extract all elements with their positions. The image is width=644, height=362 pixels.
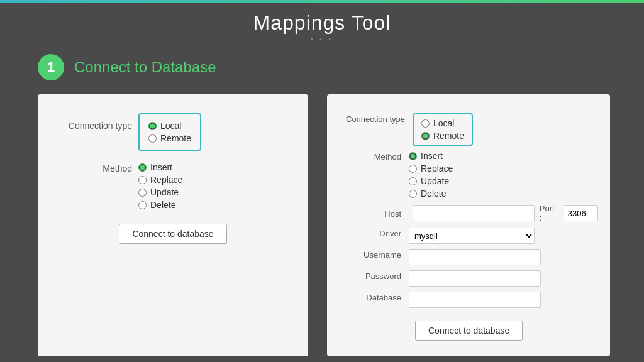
- left-delete-radio[interactable]: [138, 201, 147, 209]
- right-local-option[interactable]: Local: [421, 118, 464, 128]
- right-database-row: Database: [346, 292, 591, 308]
- right-card-content: Connection type Local Remote Method: [346, 113, 591, 341]
- right-username-row: Username: [346, 249, 591, 265]
- left-method-label: Method: [57, 162, 138, 173]
- left-local-radio[interactable]: [148, 122, 157, 130]
- right-method-label: Method: [346, 151, 409, 162]
- left-connection-type-row: Connection type Local Remote: [57, 113, 289, 157]
- right-host-fields: Port :: [413, 204, 598, 222]
- left-replace-option[interactable]: Replace: [138, 175, 182, 185]
- right-remote-radio[interactable]: [421, 132, 430, 140]
- right-delete-option[interactable]: Delete: [409, 189, 453, 199]
- right-host-input[interactable]: [413, 205, 535, 221]
- right-method-group: Insert Replace Update Delete: [409, 151, 453, 199]
- right-port-input[interactable]: [564, 205, 598, 221]
- left-card: Connection type Local Remote Method: [38, 94, 308, 356]
- right-replace-radio[interactable]: [409, 165, 417, 173]
- right-database-input[interactable]: [409, 292, 541, 308]
- right-host-label: Host: [346, 208, 409, 219]
- left-remote-label: Remote: [160, 133, 191, 143]
- right-port-label: Port :: [540, 204, 558, 222]
- right-remote-label: Remote: [433, 131, 464, 141]
- right-local-label: Local: [433, 118, 454, 128]
- right-btn-row: Connect to database: [346, 315, 591, 341]
- right-update-label: Update: [421, 176, 449, 186]
- right-connection-type-label: Connection type: [346, 113, 413, 124]
- left-delete-label: Delete: [150, 200, 175, 210]
- right-password-row: Password: [346, 270, 591, 287]
- right-replace-label: Replace: [421, 163, 453, 173]
- right-delete-label: Delete: [421, 189, 446, 199]
- left-update-option[interactable]: Update: [138, 187, 182, 197]
- right-driver-label: Driver: [346, 228, 409, 238]
- step-header: 1 Connect to Database: [38, 54, 644, 80]
- left-insert-label: Insert: [150, 162, 172, 172]
- right-insert-label: Insert: [421, 151, 443, 161]
- left-connect-button[interactable]: Connect to database: [119, 224, 226, 244]
- left-btn-row: Connect to database: [57, 219, 289, 244]
- right-driver-row: Driver mysqli: [346, 228, 591, 244]
- right-database-label: Database: [346, 292, 409, 302]
- left-replace-radio[interactable]: [138, 176, 147, 184]
- right-connect-button[interactable]: Connect to database: [415, 321, 523, 341]
- left-method-group: Insert Replace Update Delete: [138, 162, 182, 210]
- left-method-section: Method Insert Replace Update: [57, 162, 289, 210]
- right-method-row: Method Insert Replace Update: [346, 151, 591, 199]
- left-update-label: Update: [150, 187, 179, 197]
- right-password-label: Password: [346, 270, 409, 281]
- right-update-radio[interactable]: [409, 177, 417, 185]
- right-driver-select[interactable]: mysqli: [409, 228, 535, 244]
- right-connection-type-box: Local Remote: [413, 113, 473, 146]
- left-remote-radio[interactable]: [148, 134, 157, 143]
- right-insert-radio[interactable]: [409, 152, 417, 160]
- left-remote-option[interactable]: Remote: [148, 133, 191, 143]
- left-delete-option[interactable]: Delete: [138, 200, 182, 210]
- left-replace-label: Replace: [150, 175, 182, 185]
- right-card: Connection type Local Remote Method: [327, 94, 610, 356]
- right-local-radio[interactable]: [421, 119, 430, 128]
- left-local-option[interactable]: Local: [148, 121, 191, 131]
- right-host-row: Host Port :: [346, 204, 591, 222]
- cards-container: Connection type Local Remote Method: [38, 94, 619, 356]
- right-username-input[interactable]: [409, 249, 541, 265]
- top-accent-bar: [0, 0, 644, 3]
- right-replace-option[interactable]: Replace: [409, 163, 453, 173]
- right-remote-option[interactable]: Remote: [421, 131, 464, 141]
- step-number: 1: [38, 54, 64, 80]
- step-label: Connect to Database: [74, 58, 216, 76]
- right-username-label: Username: [346, 249, 409, 260]
- left-card-content: Connection type Local Remote Method: [57, 113, 289, 244]
- page-title: Mappings Tool: [0, 0, 644, 35]
- left-local-label: Local: [160, 121, 181, 131]
- left-insert-option[interactable]: Insert: [138, 162, 182, 172]
- right-update-option[interactable]: Update: [409, 176, 453, 186]
- left-update-radio[interactable]: [138, 189, 147, 197]
- right-password-input[interactable]: [409, 270, 541, 287]
- right-insert-option[interactable]: Insert: [409, 151, 453, 161]
- right-delete-radio[interactable]: [409, 190, 417, 198]
- left-insert-radio[interactable]: [138, 163, 147, 172]
- left-connection-type-box: Local Remote: [138, 113, 201, 151]
- left-connection-type-label: Connection type: [57, 113, 138, 131]
- right-connection-type-row: Connection type Local Remote: [346, 113, 591, 146]
- title-dots: • • •: [0, 36, 644, 43]
